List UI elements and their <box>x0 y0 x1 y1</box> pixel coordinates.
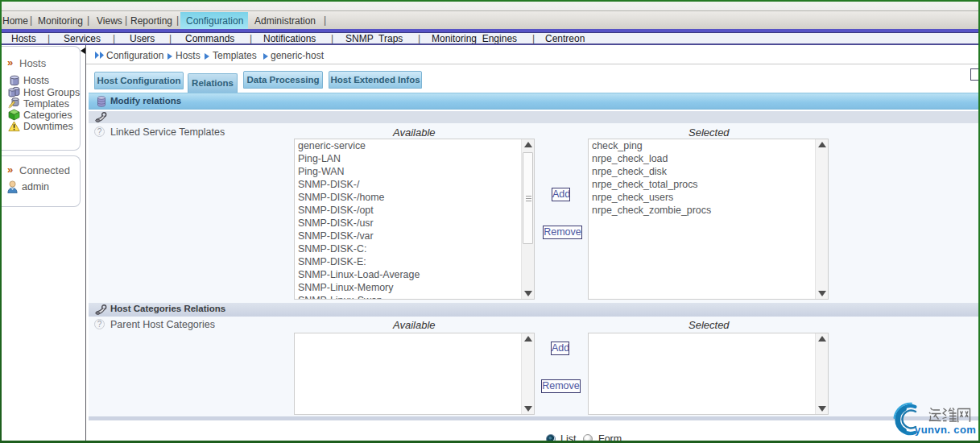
svg-text:yunvn. com: yunvn. com <box>915 424 976 436</box>
